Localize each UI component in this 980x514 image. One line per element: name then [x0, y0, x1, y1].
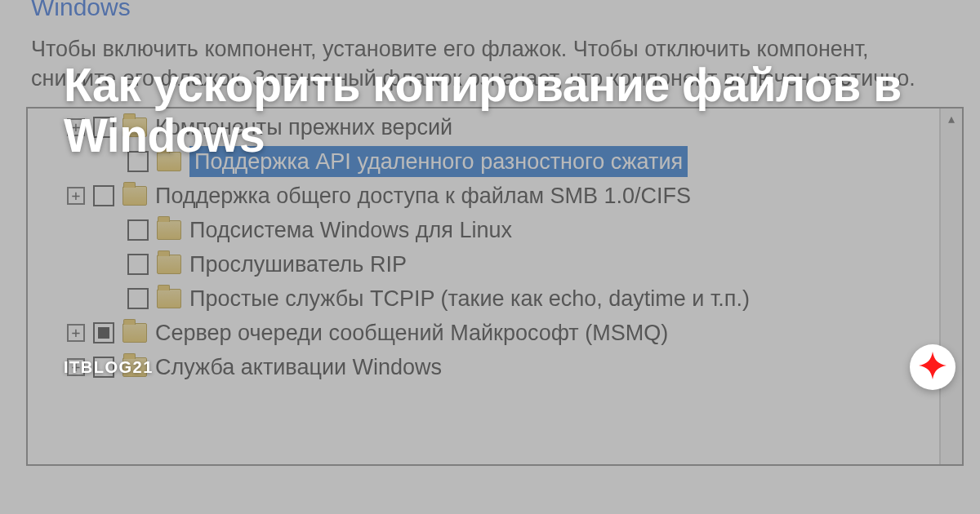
tree-item[interactable]: +Служба активации Windows [28, 350, 939, 384]
checkbox[interactable] [127, 288, 149, 309]
checkbox[interactable] [127, 254, 149, 275]
scrollbar-vertical[interactable]: ▴ [939, 109, 962, 464]
features-tree[interactable]: +Компоненты прежних версий+Поддержка API… [28, 109, 939, 464]
folder-icon [157, 220, 181, 240]
folder-icon [157, 289, 181, 308]
zen-icon [919, 352, 947, 383]
tree-item[interactable]: +Прослушиватель RIP [28, 247, 939, 281]
tree-item[interactable]: +Подсистема Windows для Linux [28, 213, 939, 247]
tree-item-label: Сервер очереди сообщений Майкрософт (MSM… [155, 317, 668, 348]
folder-icon [122, 323, 147, 343]
checkbox[interactable] [93, 185, 114, 206]
checkbox[interactable] [93, 322, 114, 343]
folder-icon [122, 186, 147, 206]
zen-badge[interactable] [910, 344, 956, 390]
tree-item[interactable]: +Поддержка общего доступа к файлам SMB 1… [28, 179, 939, 213]
tree-item-label: Простые службы TCPIP (такие как echo, da… [189, 283, 750, 314]
tree-item-label: Прослушиватель RIP [189, 249, 407, 280]
article-source: ITBLOG21 [64, 358, 154, 377]
expand-icon[interactable]: + [67, 187, 85, 205]
expand-icon[interactable]: + [67, 324, 85, 342]
tree-item[interactable]: +Простые службы TCPIP (такие как echo, d… [28, 281, 939, 316]
tree-item[interactable]: +Сервер очереди сообщений Майкрософт (MS… [28, 316, 939, 350]
checkbox[interactable] [127, 219, 149, 241]
folder-icon [157, 255, 181, 274]
scroll-up-arrow-icon[interactable]: ▴ [941, 109, 962, 130]
tree-item-label: Служба активации Windows [155, 352, 442, 383]
window-title: Windows [0, 0, 980, 23]
article-headline: Как ускорить копирование файлов в Window… [64, 60, 915, 161]
tree-item-label: Поддержка общего доступа к файлам SMB 1.… [155, 180, 691, 211]
tree-item-label: Подсистема Windows для Linux [189, 215, 512, 246]
